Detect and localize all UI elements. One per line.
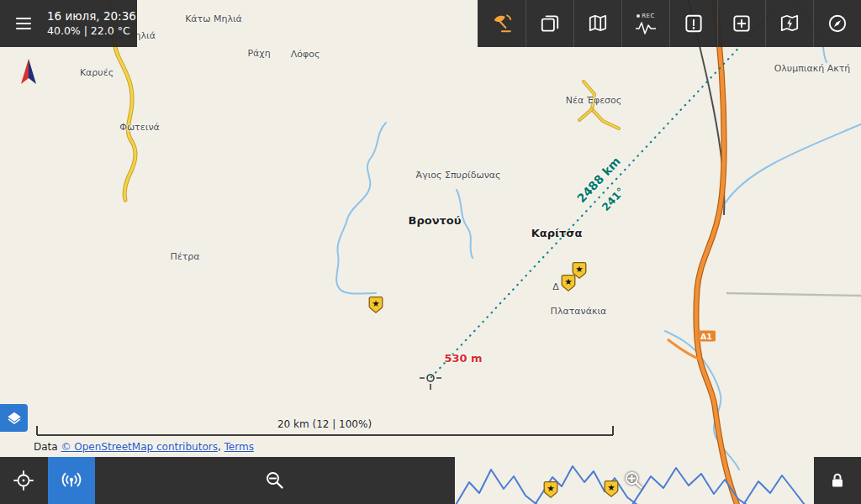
minor-road	[726, 293, 861, 296]
battery-temp-label: 40.0% | 22.0 °C	[47, 24, 136, 38]
attribution-separator: ,	[218, 441, 224, 453]
map-place-label: Δ	[552, 281, 559, 292]
map-place-label: Άγιος Σπυρίδωνας	[416, 170, 501, 181]
top-toolbar: REC	[478, 0, 861, 47]
map-place-label: Βροντού	[408, 214, 461, 227]
rec-status: REC	[637, 13, 655, 19]
screen-lock-button[interactable]	[814, 457, 861, 504]
elevation-label: 530 m	[444, 352, 482, 365]
plus-square-icon	[731, 13, 753, 34]
favorite-marker-icon[interactable]: ★	[543, 480, 558, 498]
map-place-label: Καρίτσα	[531, 227, 583, 239]
svg-text:★: ★	[372, 298, 379, 308]
favorite-marker-icon[interactable]: ★	[368, 296, 383, 313]
record-dot-icon	[637, 14, 640, 18]
map-place-label: Νέα Έφεσος	[566, 95, 622, 106]
zoom-out-icon	[264, 470, 286, 491]
map-bolt-icon	[779, 13, 800, 34]
map-layers-button[interactable]	[0, 404, 28, 432]
map-place-label: Ολυμπιακή Ακτή	[774, 63, 851, 74]
map-mode-button[interactable]	[573, 0, 621, 47]
map-place-label: Φωτεινά	[119, 122, 160, 133]
scale-zoom-label: 20 km (12 | 100%)	[277, 418, 372, 430]
map-place-label: Κάτω Μηλιά	[185, 13, 242, 24]
folded-map-icon	[587, 13, 609, 34]
location-target-icon	[13, 470, 34, 491]
gps-status-button[interactable]	[478, 0, 526, 47]
broadcast-button[interactable]	[48, 457, 95, 504]
menu-button[interactable]	[0, 0, 47, 47]
explore-compass-icon	[827, 13, 848, 34]
lock-icon	[827, 470, 848, 491]
terms-link[interactable]: Terms	[224, 441, 254, 453]
favorite-marker-icon[interactable]: ★	[572, 261, 587, 279]
copy-layers-icon	[539, 13, 561, 34]
zoom-out-button[interactable]	[251, 457, 298, 504]
svg-text:★: ★	[575, 264, 583, 274]
explore-button[interactable]	[813, 0, 861, 47]
map-place-label: Καρυές	[80, 67, 114, 78]
status-widget: 16 июля, 20:36 40.0% | 22.0 °C	[0, 0, 137, 47]
attribution-prefix: Data	[34, 441, 61, 453]
waveform-icon	[635, 20, 657, 35]
broadcast-antenna-icon	[61, 470, 82, 491]
osm-contributors-link[interactable]: © OpenStreetMap contributors	[61, 441, 217, 453]
map-source-button[interactable]	[526, 0, 573, 47]
motorway-a1	[668, 0, 737, 504]
bottom-toolbar	[0, 457, 455, 504]
map-place-label: Λόφος	[291, 49, 320, 60]
map-place-label: Πλατανάκια	[551, 306, 607, 317]
my-location-button[interactable]	[0, 457, 47, 504]
map-place-label: Ράχη	[247, 48, 270, 59]
alert-note-icon	[683, 13, 705, 34]
hamburger-icon	[16, 14, 31, 33]
quick-actions-button[interactable]	[765, 0, 813, 47]
map-place-label: Πέτρα	[170, 251, 199, 262]
attribution: Data © OpenStreetMap contributors, Terms	[34, 441, 254, 453]
layers-icon	[6, 410, 23, 427]
datetime-label: 16 июля, 20:36	[47, 9, 136, 24]
osm-notes-button[interactable]	[669, 0, 717, 47]
road-shield-a1: A1	[697, 331, 716, 342]
compass-north-icon[interactable]	[13, 55, 44, 92]
map-canvas	[0, 0, 861, 504]
add-widget-button[interactable]	[717, 0, 765, 47]
rec-label: REC	[642, 13, 655, 19]
zoom-in-icon	[623, 470, 645, 491]
satellite-dish-icon	[491, 13, 513, 34]
status-text: 16 июля, 20:36 40.0% | 22.0 °C	[47, 9, 136, 38]
map-app-screen: Κάτω ΜηλιάΜεσαία ΜηλιάΡάχηΛόφοςΚαρυέςΟλυ…	[0, 0, 861, 504]
zoom-in-button[interactable]	[610, 457, 658, 504]
svg-text:★: ★	[547, 483, 554, 493]
trip-recording-button[interactable]: REC	[621, 0, 669, 47]
